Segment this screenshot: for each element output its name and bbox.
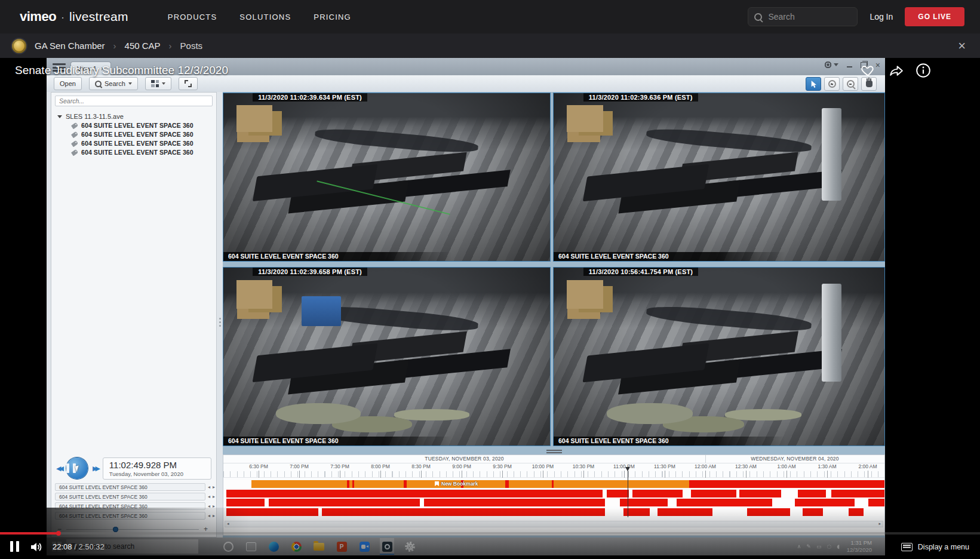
heart-icon <box>861 63 875 78</box>
search-input[interactable] <box>767 11 851 22</box>
camera-view-1[interactable]: 11/3/2020 11:02:39.634 PM (EST)604 SUITE… <box>223 93 551 262</box>
breadcrumb-channel[interactable]: GA Sen Chamber <box>35 41 105 51</box>
activity-segment <box>795 499 855 506</box>
close-icon[interactable]: × <box>958 39 966 53</box>
tree-item-camera[interactable]: 604 SUITE LEVEL EVENT SPACE 360 <box>72 131 216 138</box>
jump-start-icon[interactable]: ◂ <box>208 485 210 490</box>
close-icon[interactable]: × <box>875 62 880 69</box>
cardboard-boxes <box>236 280 272 309</box>
settings-gear-icon[interactable] <box>824 61 838 69</box>
go-live-button[interactable]: GO LIVE <box>905 7 964 26</box>
camera-view-3[interactable]: 11/3/2020 11:02:39.658 PM (EST)604 SUITE… <box>223 267 551 446</box>
timeline-row-label[interactable]: 604 SUITE LEVEL EVENT SPACE 360 <box>55 493 205 500</box>
tick-mark <box>340 471 340 478</box>
pointer-tool-button[interactable] <box>806 77 821 91</box>
rewind-button[interactable]: ◀◀ <box>56 465 62 472</box>
activity-row[interactable] <box>225 499 884 506</box>
minimize-icon[interactable] <box>847 66 852 67</box>
zoom-out-tool-button[interactable] <box>843 77 858 91</box>
share-button[interactable] <box>889 63 905 80</box>
timeline-row-label[interactable]: 604 SUITE LEVEL EVENT SPACE 360 <box>55 502 205 510</box>
activity-segment <box>868 499 884 506</box>
camera-view-2[interactable]: 11/3/2020 11:02:39.636 PM (EST)604 SUITE… <box>553 93 885 262</box>
vimeo-livestream-logo[interactable]: vimeo · livestream <box>20 9 128 24</box>
jump-end-icon[interactable]: ▸ <box>213 514 215 518</box>
jump-start-icon[interactable]: ◂ <box>208 494 210 499</box>
pause-button[interactable] <box>66 457 88 479</box>
activity-segment <box>226 499 265 506</box>
scroll-right-icon[interactable]: ▸ <box>878 522 881 526</box>
layout-grid-button[interactable] <box>145 77 171 90</box>
timeline-scrollbar[interactable]: ◂ ▸ <box>225 521 883 527</box>
tree-item-camera[interactable]: 604 SUITE LEVEL EVENT SPACE 360 <box>72 122 216 129</box>
like-heart-button[interactable] <box>861 63 875 80</box>
timeline-tick-strip[interactable] <box>223 471 884 478</box>
camera-scene <box>223 268 550 446</box>
tick-mark <box>827 471 828 478</box>
jump-end-icon[interactable]: ▸ <box>213 494 215 499</box>
sidebar-splitter[interactable] <box>217 92 223 538</box>
camera-view-4[interactable]: 11/3/2020 10:56:41.754 PM (EST)604 SUITE… <box>553 267 885 446</box>
tree-item-camera[interactable]: 604 SUITE LEVEL EVENT SPACE 360 <box>72 149 216 156</box>
cardboard-boxes <box>236 105 272 132</box>
breadcrumb-posts[interactable]: Posts <box>180 41 203 51</box>
jump-end-icon[interactable]: ▸ <box>213 485 215 490</box>
timeline-row-label[interactable]: 604 SUITE LEVEL EVENT SPACE 360 <box>55 512 205 520</box>
activity-segment <box>620 499 668 506</box>
zoom-slider-track[interactable] <box>66 529 199 530</box>
furniture-shape <box>583 164 709 202</box>
tick-mark <box>421 471 422 478</box>
current-time: 22:08 <box>53 542 72 551</box>
timeline-row-label[interactable]: 604 SUITE LEVEL EVENT SPACE 360 <box>55 483 205 491</box>
tick-mark <box>624 471 625 478</box>
jump-end-icon[interactable]: ▸ <box>213 504 215 509</box>
player-pause-button[interactable] <box>7 541 21 553</box>
activity-row[interactable]: New Bookmark <box>225 480 884 488</box>
fast-forward-button[interactable]: ▶▶ <box>93 465 98 472</box>
scroll-left-icon[interactable]: ◂ <box>227 522 229 526</box>
channel-avatar[interactable] <box>12 39 26 53</box>
video-content[interactable]: View 1 × × Open Search <box>47 58 885 555</box>
breadcrumb-event[interactable]: 450 CAP <box>125 41 161 51</box>
camera-label: 604 SUITE LEVEL EVENT SPACE 360 <box>554 252 785 261</box>
zoom-slider-handle[interactable] <box>113 527 118 532</box>
jump-start-icon[interactable]: ◂ <box>208 504 210 509</box>
nav-link-solutions[interactable]: SOLUTIONS <box>239 13 291 22</box>
search-button[interactable]: Search <box>89 77 138 90</box>
activity-row[interactable] <box>225 490 884 497</box>
fullscreen-icon <box>185 80 192 87</box>
tree-item-camera[interactable]: 604 SUITE LEVEL EVENT SPACE 360 <box>72 140 216 147</box>
volume-button[interactable] <box>30 541 43 553</box>
playback-time: 11:02:49.928 PM <box>109 460 205 470</box>
site-search[interactable] <box>748 7 858 26</box>
bookmark-marker[interactable]: New Bookmark <box>435 481 478 487</box>
activity-segment <box>607 490 629 497</box>
layout-grid-icon <box>151 80 159 87</box>
camera-label: 604 SUITE LEVEL EVENT SPACE 360 <box>223 252 452 261</box>
zoom-in-tool-button[interactable] <box>824 77 840 91</box>
timeline-playhead[interactable] <box>628 471 628 517</box>
open-button[interactable]: Open <box>54 77 82 90</box>
row-skip-buttons: ◂▸ <box>202 493 215 500</box>
jump-start-icon[interactable]: ◂ <box>208 514 210 518</box>
activity-segment <box>552 480 554 488</box>
fullscreen-button[interactable] <box>179 77 198 90</box>
activity-segment <box>677 499 772 506</box>
tick-mark <box>380 471 381 478</box>
login-link[interactable]: Log In <box>870 12 893 22</box>
nav-link-pricing[interactable]: PRICING <box>314 13 351 22</box>
nav-link-products[interactable]: PRODUCTS <box>168 13 217 22</box>
info-button[interactable] <box>916 63 931 81</box>
timeline-resize-grip[interactable] <box>546 450 562 453</box>
tree-root[interactable]: SLES 11.3-11.5.ave <box>57 113 216 120</box>
player-controls: 22:08 / 2:50:32 Display a menu <box>0 535 980 559</box>
activity-row[interactable] <box>225 508 884 516</box>
share-arrow-icon <box>889 63 905 78</box>
cardboard-boxes <box>567 280 603 309</box>
tree-expand-icon[interactable] <box>57 115 62 118</box>
sidebar-search-input[interactable] <box>55 96 213 106</box>
display-menu-button[interactable]: Display a menu <box>901 543 969 551</box>
tick-label: 10:00 PM <box>532 463 554 469</box>
camera-label: 604 SUITE LEVEL EVENT SPACE 360 <box>554 437 785 446</box>
playback-time-box[interactable]: 11:02:49.928 PM Tuesday, November 03, 20… <box>103 457 211 480</box>
